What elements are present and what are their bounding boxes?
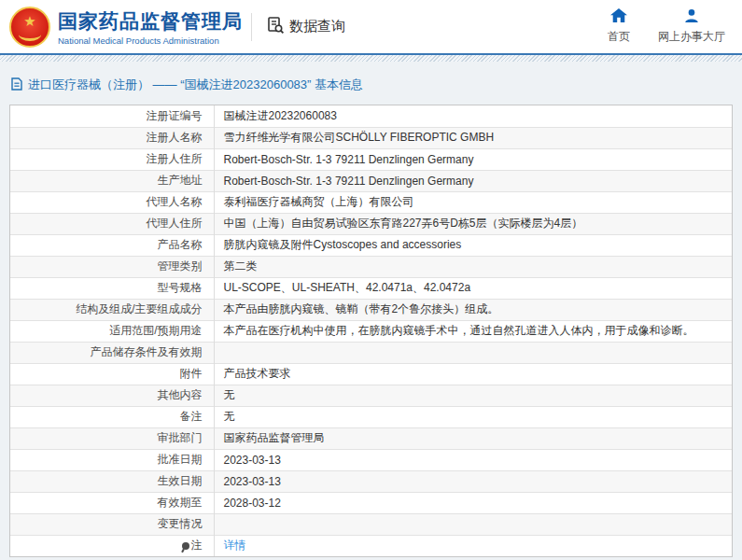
row-value: 无 — [214, 406, 732, 427]
info-table-body: 注册证编号 国械注进20232060083 注册人名称 雪力纤维光学有限公司SC… — [10, 105, 732, 556]
row-label: 有效期至 — [10, 492, 214, 513]
content: 进口医疗器械（注册） —— “国械注进20232060083” 基本信息 注册证… — [0, 62, 742, 560]
row-value: 本产品由膀胱内窥镜、镜鞘（带有2个鲁尔接头）组成。 — [214, 299, 732, 320]
row-label: 注册人住所 — [10, 148, 214, 170]
row-label: 管理类别 — [10, 256, 214, 277]
data-query-label: 数据查询 — [289, 18, 345, 35]
row-value: 本产品在医疗机构中使用，在膀胱内窥镜手术中，通过自然孔道进入人体内，用于成像和诊… — [214, 320, 732, 342]
row-label: 审批部门 — [10, 427, 214, 449]
table-row: 有效期至 2028-03-12 — [10, 492, 732, 513]
table-row: 注册人名称 雪力纤维光学有限公司SCHÖLLY FIBEROPTIC GMBH — [10, 127, 732, 148]
row-label: 产品储存条件及有效期 — [10, 342, 214, 363]
row-value — [214, 513, 732, 535]
row-label: 备注 — [10, 406, 214, 427]
row-value: 产品技术要求 — [214, 363, 732, 385]
row-value: 膀胱内窥镜及附件Cystoscopes and accessories — [214, 234, 732, 256]
top-nav: 首页 网上办事大厅 — [608, 8, 731, 45]
table-row: 备注 无 — [10, 406, 732, 427]
nav-service-hall-label: 网上办事大厅 — [658, 29, 725, 45]
table-row: 型号规格 UL-SCOPE、UL-SHEATH、42.0471a、42.0472… — [10, 277, 732, 299]
site-logo[interactable]: ★ 国家药品监督管理局 National Medical Products Ad… — [9, 7, 243, 48]
row-value: 中国（上海）自由贸易试验区东育路227弄6号D栋5层（实际楼层为4层） — [214, 213, 732, 234]
data-query-button[interactable]: 数据查询 — [266, 16, 345, 37]
row-label: 代理人住所 — [10, 213, 214, 234]
user-icon — [684, 8, 699, 26]
row-label: 生效日期 — [10, 470, 214, 492]
row-value: 国械注进20232060083 — [214, 105, 732, 127]
nav-service-hall[interactable]: 网上办事大厅 — [658, 8, 725, 45]
row-value: Robert-Bosch-Str. 1-3 79211 Denzlingen G… — [214, 170, 732, 191]
note-pin-icon — [182, 542, 189, 550]
table-row: 附件 产品技术要求 — [10, 363, 732, 385]
row-value: 雪力纤维光学有限公司SCHÖLLY FIBEROPTIC GMBH — [214, 127, 732, 148]
row-label: 注册人名称 — [10, 127, 214, 148]
info-table: 注册证编号 国械注进20232060083 注册人名称 雪力纤维光学有限公司SC… — [9, 105, 733, 557]
row-value: Robert-Bosch-Str. 1-3 79211 Denzlingen G… — [214, 148, 732, 170]
detail-link[interactable]: 详情 — [224, 539, 246, 552]
row-label: 生产地址 — [10, 170, 214, 191]
row-label: 型号规格 — [10, 277, 214, 299]
table-row: 产品储存条件及有效期 — [10, 342, 732, 363]
table-row: 生效日期 2023-03-13 — [10, 470, 732, 492]
table-row: 产品名称 膀胱内窥镜及附件Cystoscopes and accessories — [10, 234, 732, 256]
breadcrumb: 进口医疗器械（注册） —— “国械注进20232060083” 基本信息 — [9, 62, 733, 105]
table-row: 代理人名称 泰利福医疗器械商贸（上海）有限公司 — [10, 191, 732, 213]
row-value: 第二类 — [214, 256, 732, 277]
nav-home-label: 首页 — [608, 29, 630, 45]
hatch-strip — [0, 55, 742, 62]
document-icon — [11, 77, 22, 93]
site-header: ★ 国家药品监督管理局 National Medical Products Ad… — [0, 0, 742, 53]
table-row: 生产地址 Robert-Bosch-Str. 1-3 79211 Denzlin… — [10, 170, 732, 191]
header-divider — [251, 13, 252, 41]
home-icon — [610, 8, 627, 26]
row-label: 注 — [10, 535, 214, 556]
row-value: 国家药品监督管理局 — [214, 427, 732, 449]
emblem-star-icon: ★ — [23, 14, 35, 28]
row-label: 注册证编号 — [10, 105, 214, 127]
doc-search-icon — [266, 16, 285, 37]
row-label: 附件 — [10, 363, 214, 385]
row-value — [214, 342, 732, 363]
table-row: 注册证编号 国械注进20232060083 — [10, 105, 732, 127]
nav-home[interactable]: 首页 — [608, 8, 630, 45]
table-row: 适用范围/预期用途 本产品在医疗机构中使用，在膀胱内窥镜手术中，通过自然孔道进入… — [10, 320, 732, 342]
row-value: 2028-03-12 — [214, 492, 732, 513]
table-row: 注册人住所 Robert-Bosch-Str. 1-3 79211 Denzli… — [10, 148, 732, 170]
row-value: 泰利福医疗器械商贸（上海）有限公司 — [214, 191, 732, 213]
site-subtitle: National Medical Products Administration — [58, 35, 243, 46]
table-row: 变更情况 — [10, 513, 732, 535]
table-row: 审批部门 国家药品监督管理局 — [10, 427, 732, 449]
row-label: 代理人名称 — [10, 191, 214, 213]
row-value: 2023-03-13 — [214, 470, 732, 492]
row-value: 详情 — [214, 535, 732, 556]
table-row: 管理类别 第二类 — [10, 256, 732, 277]
table-row: 其他内容 无 — [10, 385, 732, 406]
brand-text: 国家药品监督管理局 National Medical Products Admi… — [58, 8, 243, 46]
national-emblem-icon: ★ — [9, 7, 50, 48]
row-label: 批准日期 — [10, 449, 214, 470]
table-row: 批准日期 2023-03-13 — [10, 449, 732, 470]
row-value: 无 — [214, 385, 732, 406]
row-label: 变更情况 — [10, 513, 214, 535]
row-value: 2023-03-13 — [214, 449, 732, 470]
breadcrumb-text: 进口医疗器械（注册） —— “国械注进20232060083” 基本信息 — [28, 77, 363, 93]
row-value: UL-SCOPE、UL-SHEATH、42.0471a、42.0472a — [214, 277, 732, 299]
table-row: 结构及组成/主要组成成分 本产品由膀胱内窥镜、镜鞘（带有2个鲁尔接头）组成。 — [10, 299, 732, 320]
row-label: 产品名称 — [10, 234, 214, 256]
row-label: 结构及组成/主要组成成分 — [10, 299, 214, 320]
row-label: 其他内容 — [10, 385, 214, 406]
table-row: 代理人住所 中国（上海）自由贸易试验区东育路227弄6号D栋5层（实际楼层为4层… — [10, 213, 732, 234]
row-label: 适用范围/预期用途 — [10, 320, 214, 342]
site-title: 国家药品监督管理局 — [58, 8, 243, 35]
table-row: 注 详情 — [10, 535, 732, 556]
